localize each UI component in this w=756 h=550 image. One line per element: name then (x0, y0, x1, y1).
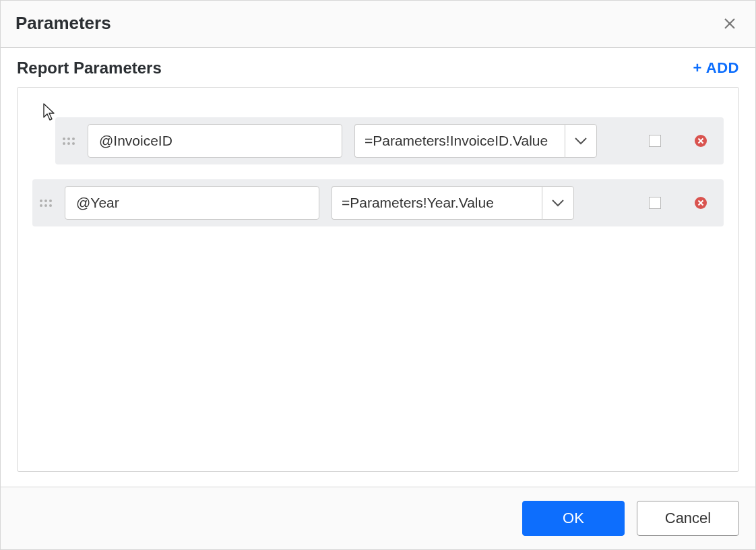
ok-button[interactable]: OK (522, 501, 625, 536)
plus-icon: + (693, 59, 701, 77)
dialog-footer: OK Cancel (1, 487, 755, 549)
parameter-row (32, 179, 724, 226)
checkbox-wrap (635, 135, 675, 147)
cancel-button[interactable]: Cancel (637, 501, 739, 536)
drag-handle-icon[interactable] (62, 133, 75, 149)
parameter-value-wrap (332, 186, 574, 220)
value-dropdown-button[interactable] (565, 124, 597, 158)
parameters-container (17, 87, 739, 472)
parameter-checkbox[interactable] (649, 197, 661, 209)
parameter-name-input[interactable] (65, 186, 319, 220)
checkbox-wrap (635, 197, 675, 209)
delete-icon (694, 196, 707, 210)
add-button[interactable]: + ADD (693, 59, 739, 77)
parameter-row (55, 117, 724, 164)
chevron-down-icon (574, 137, 588, 145)
value-dropdown-button[interactable] (542, 186, 574, 220)
parameter-value-input[interactable] (332, 186, 542, 220)
add-label: ADD (706, 59, 739, 77)
dialog-title: Parameters (15, 13, 111, 34)
close-button[interactable] (720, 14, 739, 33)
parameter-rows (32, 117, 724, 226)
delete-button[interactable] (687, 196, 714, 210)
parameter-checkbox[interactable] (649, 135, 661, 147)
delete-button[interactable] (687, 134, 714, 148)
close-icon (724, 18, 736, 30)
chevron-down-icon (551, 199, 565, 207)
delete-icon (694, 134, 707, 148)
parameter-value-input[interactable] (354, 124, 565, 158)
parameter-name-input[interactable] (88, 124, 342, 158)
parameters-dialog: Parameters Report Parameters + ADD (0, 0, 756, 550)
dialog-header: Parameters (1, 1, 755, 48)
body-header: Report Parameters + ADD (17, 59, 739, 87)
parameter-value-wrap (354, 124, 597, 158)
dialog-body: Report Parameters + ADD (1, 48, 755, 487)
section-title: Report Parameters (17, 59, 162, 78)
drag-handle-icon[interactable] (39, 195, 53, 211)
